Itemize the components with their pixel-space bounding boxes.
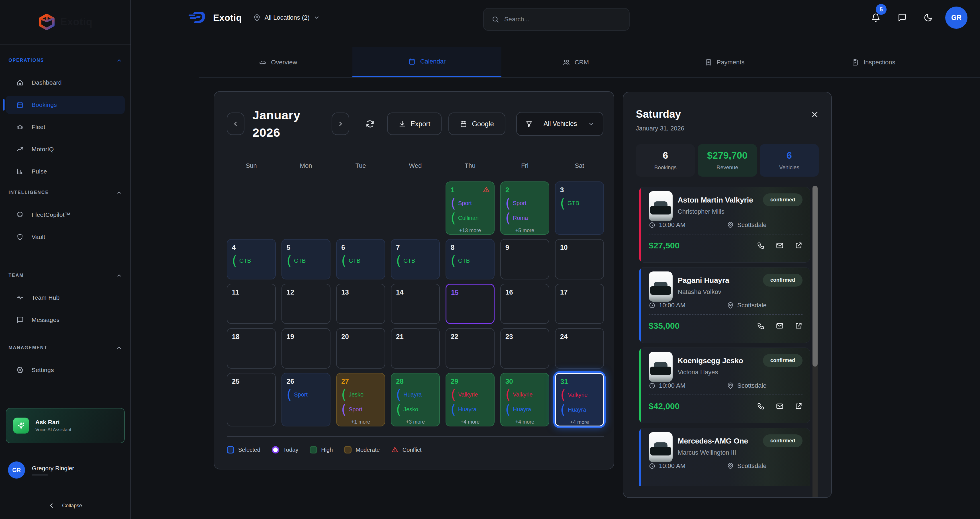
sidebar-item-settings[interactable]: Settings: [6, 361, 125, 379]
refresh-icon: [365, 119, 375, 129]
next-month-button[interactable]: [332, 113, 349, 135]
calendar-day-16[interactable]: 16: [500, 284, 549, 324]
calendar-day-23[interactable]: 23: [500, 328, 549, 369]
booking-card[interactable]: Mercedes-AMG OneMarcus Wellington IIIcon…: [639, 428, 810, 486]
open-booking-button[interactable]: [795, 402, 802, 410]
mail-icon: [776, 242, 784, 250]
tab-bar: OverviewCalendarCRMPaymentsInspections: [204, 40, 948, 78]
calendar-day-25[interactable]: 25: [227, 373, 276, 427]
calendar-day-22[interactable]: 22: [445, 328, 495, 369]
exotiq-speed-logo-icon: [188, 10, 206, 25]
calendar-day-17[interactable]: 17: [555, 284, 604, 324]
calendar-day-19[interactable]: 19: [282, 328, 331, 369]
calendar-day-5[interactable]: 5(GTB: [282, 239, 331, 279]
sidebar-item-vault[interactable]: Vault: [6, 228, 125, 246]
calendar-day-24[interactable]: 24: [555, 328, 604, 369]
sidebar-item-bookings[interactable]: Bookings: [6, 96, 125, 114]
refresh-button[interactable]: [365, 119, 375, 129]
sidebar-item-pulse[interactable]: Pulse: [6, 162, 125, 181]
tab-inspections[interactable]: Inspections: [799, 47, 948, 78]
calendar-icon: [460, 120, 467, 127]
calendar-day-11[interactable]: 11: [227, 284, 276, 324]
calendar-day-28[interactable]: 28(Huayra(Jesko+3 more: [391, 373, 440, 427]
calendar-day-15[interactable]: 15: [445, 284, 495, 324]
calendar-day-31[interactable]: 31(Valkyrie(Huayra+4 more: [555, 373, 604, 427]
email-button[interactable]: [776, 242, 784, 250]
tab-payments[interactable]: Payments: [650, 47, 799, 78]
legend-item-high: High: [310, 446, 333, 454]
notifications-button[interactable]: 5: [871, 13, 880, 22]
calendar-day-7[interactable]: 7(GTB: [391, 239, 440, 279]
calendar-day-26[interactable]: 26(Sport: [282, 373, 331, 427]
sidebar-item-fleetcopilot-[interactable]: FleetCopilot™: [6, 206, 125, 224]
chevron-up-icon[interactable]: [116, 190, 122, 196]
status-badge: confirmed: [763, 193, 802, 206]
email-button[interactable]: [776, 322, 784, 330]
prev-month-button[interactable]: [227, 113, 245, 135]
calendar-day-8[interactable]: 8(GTB: [445, 239, 495, 279]
sidebar-item-messages[interactable]: Messages: [6, 311, 125, 329]
search-input[interactable]: Search...: [483, 8, 630, 31]
calendar-day-21[interactable]: 21: [391, 328, 440, 369]
calendar-day-6[interactable]: 6(GTB: [336, 239, 385, 279]
collapse-button[interactable]: Collapse: [0, 492, 130, 519]
calendar-day-20[interactable]: 20: [336, 328, 385, 369]
day-stats: 6Bookings$279,700Revenue6Vehicles: [636, 144, 819, 177]
tabbar-divider: [199, 77, 980, 78]
calendar-day-12[interactable]: 12: [282, 284, 331, 324]
tab-crm[interactable]: CRM: [501, 47, 650, 78]
chevron-up-icon[interactable]: [116, 57, 122, 63]
bell-icon: [871, 13, 880, 22]
stat-revenue: $279,700Revenue: [698, 144, 757, 177]
event-chip: (GTB: [396, 255, 435, 266]
calendar-day-1[interactable]: 1(Sport(Cullinan+13 more: [445, 181, 495, 235]
call-button[interactable]: [757, 322, 765, 330]
calendar-day-14[interactable]: 14: [391, 284, 440, 324]
more-events-label: +4 more: [451, 419, 490, 425]
chevron-down-icon: [588, 121, 594, 127]
export-button[interactable]: Export: [387, 113, 442, 135]
topbar-avatar[interactable]: GR: [945, 6, 967, 29]
sidebar-item-fleet[interactable]: Fleet: [6, 118, 125, 136]
call-button[interactable]: [757, 402, 765, 410]
calendar-day-10[interactable]: 10: [555, 239, 604, 279]
chevron-up-icon[interactable]: [116, 272, 122, 278]
call-button[interactable]: [757, 242, 765, 250]
panel-scrollbar[interactable]: [813, 186, 818, 498]
calendar-day-9[interactable]: 9: [500, 239, 549, 279]
search-placeholder: Search...: [504, 16, 529, 23]
calendar-day-4[interactable]: 4(GTB: [227, 239, 276, 279]
calendar-day-29[interactable]: 29(Valkyrie(Huayra+4 more: [445, 373, 495, 427]
scrollbar-thumb[interactable]: [813, 186, 818, 366]
vehicle-filter-select[interactable]: All Vehicles: [516, 112, 603, 136]
sidebar-item-dashboard[interactable]: Dashboard: [6, 73, 125, 92]
open-booking-button[interactable]: [795, 322, 802, 330]
vehicle-thumbnail: [649, 271, 673, 302]
sidebar-item-motoriq[interactable]: MotorIQ: [6, 140, 125, 158]
calendar-day-13[interactable]: 13: [336, 284, 385, 324]
google-sync-button[interactable]: Google: [449, 113, 505, 135]
email-button[interactable]: [776, 402, 784, 410]
calendar-day-27[interactable]: 27(Jesko(Sport+1 more: [336, 373, 385, 427]
calendar-icon: [16, 101, 24, 108]
sidebar-user[interactable]: GR Gregory Ringler: [0, 448, 130, 492]
calendar-day-3[interactable]: 3(GTB: [555, 181, 604, 235]
calendar-day-18[interactable]: 18: [227, 328, 276, 369]
ask-rari-assistant[interactable]: Ask Rari Voice AI Assistant: [6, 408, 125, 443]
sidebar-item-team-hub[interactable]: Team Hub: [6, 288, 125, 307]
tab-overview[interactable]: Overview: [204, 47, 352, 78]
booking-list: Aston Martin ValkyrieChristopher Millsco…: [636, 187, 819, 486]
open-booking-button[interactable]: [795, 242, 802, 250]
calendar-day-2[interactable]: 2(Sport(Roma+5 more: [500, 181, 549, 235]
booking-card[interactable]: Aston Martin ValkyrieChristopher Millsco…: [639, 187, 810, 263]
calendar-day-30[interactable]: 30(Valkyrie(Huayra+4 more: [500, 373, 549, 427]
tab-calendar[interactable]: Calendar: [352, 47, 501, 78]
booking-card[interactable]: Koenigsegg JeskoVictoria Hayesconfirmed1…: [639, 347, 810, 423]
panel-close-button[interactable]: [811, 108, 819, 118]
booking-card[interactable]: Pagani HuayraNatasha Volkovconfirmed10:0…: [639, 267, 810, 343]
legend-item-moderate: Moderate: [344, 446, 380, 454]
messages-button[interactable]: [897, 13, 907, 22]
dark-mode-toggle[interactable]: [924, 13, 933, 22]
location-selector[interactable]: All Locations (2): [253, 14, 320, 21]
chevron-up-icon[interactable]: [116, 345, 122, 351]
